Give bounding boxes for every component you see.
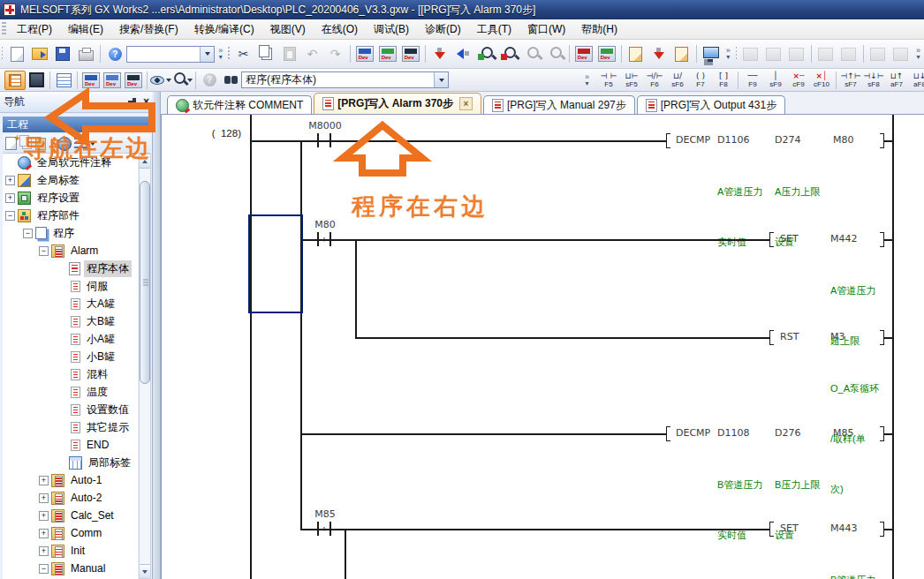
device-search-button[interactable] <box>353 42 376 65</box>
device-monitor-button[interactable] <box>376 42 399 65</box>
menu-help[interactable]: 帮助(H) <box>573 19 625 40</box>
tree-item-program-setting[interactable]: 程序设置 <box>3 189 138 207</box>
menu-window[interactable]: 窗口(W) <box>519 19 573 40</box>
transfer-setup-button[interactable] <box>625 42 648 65</box>
expander-plus[interactable] <box>39 476 49 485</box>
ladder-monitor-button-2[interactable] <box>762 42 785 65</box>
tree-item-mixing[interactable]: 混料 <box>3 365 138 383</box>
redo-button[interactable]: ↷ <box>324 42 347 65</box>
expander-plus[interactable] <box>39 511 49 521</box>
address-combo[interactable] <box>126 46 215 63</box>
tree-item-set-values[interactable]: 设置数值 <box>3 401 138 418</box>
print-button[interactable] <box>74 42 97 65</box>
ladder-monitor-button-6[interactable] <box>867 42 890 65</box>
tree-item-auto-1[interactable]: Auto-1 <box>3 471 138 489</box>
ladder-monitor-button-4[interactable] <box>814 42 837 65</box>
ladder-monitor-button-3[interactable] <box>785 42 808 65</box>
help-button[interactable]: ? <box>103 42 126 65</box>
program-selector-combo[interactable]: 程序(程序本体) <box>241 71 449 88</box>
module-configuration-button[interactable] <box>26 71 47 90</box>
cut-button[interactable]: ✂ <box>232 42 255 65</box>
tree-item-global-label[interactable]: 全局标签 <box>3 171 138 189</box>
menu-find-replace[interactable]: 搜索/替换(F) <box>111 19 186 40</box>
tab-device-comment[interactable]: 软元件注释 COMMENT <box>167 95 312 114</box>
open-project-button[interactable] <box>28 42 51 65</box>
tab-close-button[interactable]: × <box>459 97 473 110</box>
program-list-button[interactable] <box>53 71 74 90</box>
ladder-editor-canvas[interactable]: ( 128) M8000 DECMP D1106 D274 M80 A管道压力 … <box>161 114 924 579</box>
menu-online[interactable]: 在线(O) <box>314 19 366 40</box>
menu-diagnostics[interactable]: 诊断(D) <box>417 19 469 40</box>
device-display-button[interactable] <box>150 71 171 90</box>
tree-item-tank-b-large[interactable]: 大B罐 <box>3 312 138 330</box>
ladder-open-contact-button[interactable]: ⊣ ⊢F5 <box>597 69 620 92</box>
ladder-coil-button[interactable]: ( )F7 <box>689 69 712 92</box>
verify-with-plc-button[interactable] <box>474 42 497 65</box>
ladder-falling-pulse-button[interactable]: ⊣↓⊢sF8 <box>862 69 885 92</box>
remote-operation-button[interactable] <box>497 42 520 65</box>
edit-cursor-cell[interactable] <box>248 214 303 313</box>
write-to-plc-button[interactable] <box>428 42 451 65</box>
ladder-instruction-button[interactable]: [ ]F8 <box>712 69 735 92</box>
zoom-tool-button[interactable] <box>171 71 193 90</box>
tree-item-program-body[interactable]: 程序本体 <box>3 259 138 277</box>
tree-item-pou[interactable]: 程序部件 <box>3 207 138 224</box>
tab-prg-manual[interactable]: [PRG]写入 Manual 297步 <box>483 95 635 114</box>
menu-project[interactable]: 工程(P) <box>9 19 60 40</box>
expander-minus[interactable] <box>23 229 33 238</box>
tree-item-calc-set[interactable]: Calc_Set <box>3 507 138 524</box>
toolbar-overflow-button[interactable] <box>913 43 924 64</box>
undo-button[interactable]: ↶ <box>301 42 324 65</box>
save-project-button[interactable] <box>51 42 74 65</box>
expander-plus[interactable] <box>39 546 49 556</box>
context-help-button[interactable]: ? <box>199 71 220 90</box>
tree-item-tank-a-large[interactable]: 大A罐 <box>3 295 138 312</box>
tab-prg-output[interactable]: [PRG]写入 Output 431步 <box>637 95 785 114</box>
ladder-parallel-rising-pulse-button[interactable]: ⊔↑aF7 <box>885 69 908 92</box>
ladder-hline-button[interactable]: ──F9 <box>741 69 764 92</box>
ladder-vline-button[interactable]: │sF9 <box>764 69 787 92</box>
menu-debug[interactable]: 调试(B) <box>366 19 417 40</box>
toolbar-overflow-button[interactable] <box>723 43 734 64</box>
transfer-verify-button[interactable] <box>648 42 670 65</box>
ladder-parallel-open-contact-button[interactable]: ⊔⊢sF5 <box>620 69 643 92</box>
tree-item-alarm[interactable]: Alarm <box>3 242 138 259</box>
device-monitor-red-button[interactable] <box>572 42 595 65</box>
ladder-parallel-falling-pulse-button[interactable]: ⊔↓aF8 <box>908 69 924 92</box>
ladder-delete-hline-button[interactable]: ×─cF9 <box>787 69 810 92</box>
transfer-write-button[interactable] <box>670 42 693 65</box>
tree-item-auto-2[interactable]: Auto-2 <box>3 489 138 507</box>
device-memory-button[interactable] <box>102 71 123 90</box>
ladder-closed-contact-button[interactable]: ⊣/⊢F6 <box>643 69 666 92</box>
tree-item-temperature[interactable]: 温度 <box>3 383 138 401</box>
monitor-start-button[interactable] <box>520 42 543 65</box>
expander-plus[interactable] <box>5 176 15 185</box>
toolbar-overflow-button[interactable] <box>215 43 226 64</box>
ladder-monitor-button-7[interactable] <box>890 42 913 65</box>
read-from-plc-button[interactable] <box>451 42 474 65</box>
ladder-delete-vline-button[interactable]: ×│cF10 <box>810 69 833 92</box>
menu-tools[interactable]: 工具(T) <box>469 19 519 40</box>
panel-splitter[interactable] <box>153 92 161 579</box>
menu-edit[interactable]: 编辑(E) <box>60 19 111 40</box>
expander-plus[interactable] <box>39 493 49 503</box>
expander-plus[interactable] <box>5 193 15 203</box>
tree-item-manual[interactable]: Manual <box>3 560 138 577</box>
device-batch-monitor-button[interactable] <box>123 71 144 90</box>
tree-item-tank-a-small[interactable]: 小A罐 <box>3 330 138 348</box>
ladder-parallel-closed-contact-button[interactable]: ⊔/sF6 <box>666 69 689 92</box>
menu-view[interactable]: 视图(V) <box>262 19 314 40</box>
tree-item-end[interactable]: END <box>3 436 138 454</box>
tree-item-other-prompts[interactable]: 其它提示 <box>3 418 138 436</box>
ladder-rising-pulse-button[interactable]: ⊣↑⊢sF7 <box>839 69 862 92</box>
expander-minus[interactable] <box>39 246 49 256</box>
expander-minus[interactable] <box>39 564 49 574</box>
device-comment-button[interactable] <box>80 71 102 90</box>
tree-item-tank-b-small[interactable]: 小B罐 <box>3 348 138 365</box>
combo-dropdown-button[interactable] <box>200 47 214 62</box>
find-button[interactable] <box>220 71 241 90</box>
toolbar-overflow-button[interactable] <box>581 70 593 91</box>
monitor-stop-button[interactable] <box>543 42 566 65</box>
new-item-button[interactable] <box>5 137 17 150</box>
expander-minus[interactable] <box>5 211 15 221</box>
